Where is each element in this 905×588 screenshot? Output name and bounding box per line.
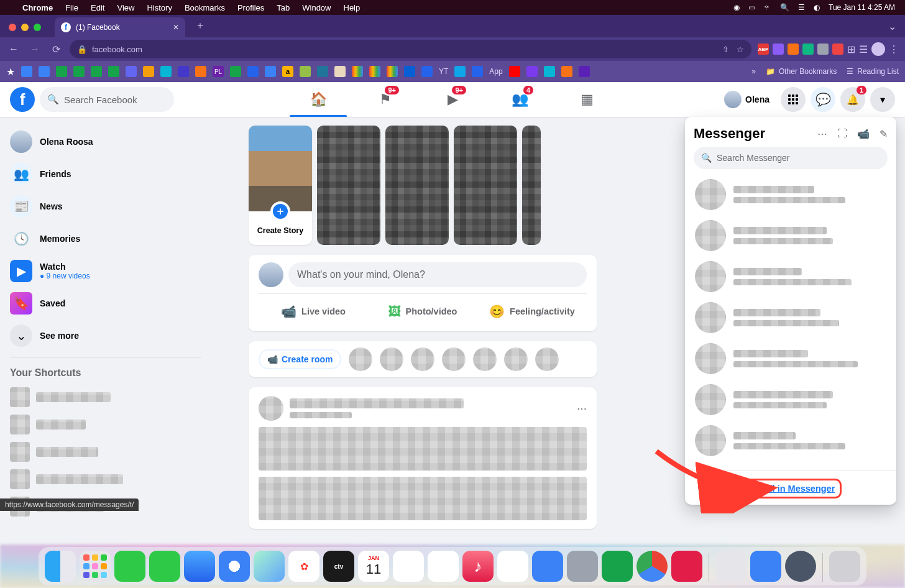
bookmark-icon[interactable] (526, 66, 538, 77)
room-contact-avatar[interactable] (411, 347, 434, 371)
address-bar[interactable]: 🔒 facebook.com ⇧ ☆ (70, 40, 751, 58)
share-icon[interactable]: ⇧ (722, 45, 729, 54)
bookmark-icon[interactable] (126, 66, 137, 77)
story-card[interactable] (522, 126, 541, 245)
profile-chip[interactable]: Olena (722, 88, 776, 111)
menu-tab[interactable]: Tab (277, 3, 290, 12)
dock-maps-icon[interactable] (254, 551, 285, 582)
bookmark-icon[interactable] (56, 66, 67, 77)
conversation-row[interactable] (690, 174, 891, 215)
dock-facetime-icon[interactable] (149, 551, 180, 582)
facebook-logo[interactable]: f (10, 87, 35, 112)
dock-finder-icon[interactable] (45, 551, 76, 582)
menu-edit[interactable]: Edit (91, 3, 104, 12)
sidebar-item-friends[interactable]: 👥 Friends (5, 158, 206, 190)
menu-help[interactable]: Help (344, 3, 361, 12)
story-card[interactable] (317, 126, 380, 245)
spotlight-icon[interactable]: 🔍 (780, 3, 789, 12)
sidebar-item-watch[interactable]: ▶ Watch ● 9 new videos (5, 255, 206, 287)
shortcut-item[interactable] (5, 438, 206, 466)
see-all-messenger-link[interactable]: See all in Messenger (747, 484, 835, 494)
notifications-button[interactable]: 🔔1 (840, 87, 865, 112)
reading-list-button[interactable]: ☰ Reading List (847, 67, 899, 76)
dock-chrome-icon[interactable] (636, 551, 668, 582)
close-tab-icon[interactable]: ✕ (173, 23, 179, 32)
bookmark-app[interactable]: App (489, 67, 502, 76)
conversation-row[interactable] (690, 379, 891, 420)
conversation-row[interactable] (690, 256, 891, 297)
bookmark-icon[interactable] (300, 66, 311, 77)
bookmark-icon[interactable] (91, 66, 102, 77)
screenrecord-icon[interactable]: ◉ (733, 3, 740, 12)
extension-icon[interactable] (788, 44, 799, 55)
app-name[interactable]: Chrome (22, 3, 53, 12)
bookmark-icon[interactable] (579, 66, 590, 77)
account-menu-button[interactable]: ▾ (870, 87, 895, 112)
messenger-button[interactable]: 💬 (811, 87, 835, 112)
menu-grid-button[interactable] (781, 87, 806, 112)
room-contact-avatar[interactable] (473, 347, 497, 371)
reload-button[interactable]: ⟳ (48, 44, 63, 55)
bookmarks-overflow-icon[interactable]: » (751, 67, 756, 76)
dock-launchpad-icon[interactable] (80, 551, 111, 582)
bookmark-icon[interactable] (265, 66, 276, 77)
conversation-row[interactable] (690, 297, 891, 338)
sidebar-item-see-more[interactable]: ⌄ See more (5, 319, 206, 352)
live-video-button[interactable]: 📹Live video (259, 299, 368, 324)
new-video-icon[interactable]: 📹 (857, 128, 870, 140)
nav-watch[interactable]: ▶9+ (421, 82, 484, 117)
clock[interactable]: Tue Jan 11 4:25 AM (829, 3, 895, 12)
bookmark-icon[interactable] (404, 66, 415, 77)
window-close-button[interactable] (9, 24, 16, 31)
bookmark-icon[interactable]: PL (213, 66, 224, 77)
menu-file[interactable]: File (65, 3, 78, 12)
other-bookmarks-folder[interactable]: 📁 Other Bookmarks (766, 67, 837, 76)
room-contact-avatar[interactable] (442, 347, 466, 371)
dock-settings-icon[interactable] (567, 551, 598, 582)
menu-window[interactable]: Window (302, 3, 331, 12)
reading-list-icon[interactable]: ☰ (859, 44, 868, 55)
post-author-name[interactable] (290, 398, 464, 408)
dock-reminders-icon[interactable] (393, 551, 424, 582)
bookmark-icon[interactable] (317, 66, 328, 77)
shortcut-item[interactable] (5, 411, 206, 438)
bookmark-icon[interactable] (73, 66, 85, 77)
dock-photos-icon[interactable]: ✿ (288, 551, 319, 582)
conversation-row[interactable] (690, 338, 891, 379)
photo-video-button[interactable]: 🖼Photo/video (368, 299, 477, 324)
avatar[interactable] (259, 262, 283, 287)
menu-view[interactable]: View (117, 3, 134, 12)
nav-news[interactable]: ▦ (556, 82, 618, 117)
expand-icon[interactable]: ⛶ (837, 128, 847, 140)
bookmark-star-icon[interactable]: ☆ (737, 45, 744, 54)
dock-zoom-icon[interactable] (750, 551, 781, 582)
battery-icon[interactable]: ▭ (748, 3, 755, 12)
sidebar-item-memories[interactable]: 🕓 Memories (5, 223, 206, 255)
feeling-button[interactable]: 😊Feeling/activity (477, 299, 587, 324)
composer-input[interactable]: What's on your mind, Olena? (288, 262, 587, 287)
messenger-options-icon[interactable]: ⋯ (817, 128, 827, 140)
bookmark-icon[interactable] (21, 66, 32, 77)
story-card[interactable] (454, 126, 517, 245)
wifi-icon[interactable]: ᯤ (764, 3, 771, 12)
bookmark-icon[interactable] (454, 66, 466, 77)
bookmark-icon[interactable] (421, 66, 433, 77)
shortcut-item[interactable] (5, 466, 206, 493)
nav-home[interactable]: 🏠 (287, 82, 349, 117)
dock-appletv-icon[interactable]: ctv (323, 551, 354, 582)
post-author-avatar[interactable] (259, 396, 283, 421)
dock-messages-icon[interactable] (114, 551, 145, 582)
tabs-dropdown-icon[interactable]: ⌄ (888, 21, 896, 32)
window-minimize-button[interactable] (21, 24, 29, 31)
bookmark-icon[interactable] (195, 66, 206, 77)
extension-abp-icon[interactable]: ABP (758, 44, 769, 55)
bookmark-icon[interactable] (230, 66, 241, 77)
extension-icon[interactable] (832, 44, 843, 55)
dock-slack-icon[interactable] (497, 551, 528, 582)
menu-profiles[interactable]: Profiles (237, 3, 264, 12)
forward-button[interactable]: → (27, 44, 42, 55)
compose-icon[interactable]: ✎ (880, 128, 888, 140)
nav-pages[interactable]: ⚑9+ (354, 82, 416, 117)
new-tab-button[interactable]: ＋ (195, 19, 205, 32)
bookmark-icon[interactable] (561, 66, 572, 77)
